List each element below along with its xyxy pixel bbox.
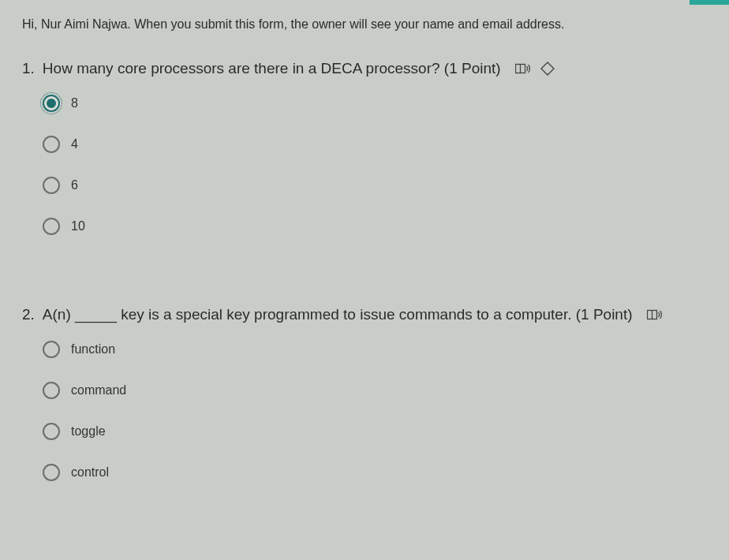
question-2-option-1[interactable]: command [43, 382, 707, 399]
question-2: 2. A(n) _____ key is a special key progr… [22, 306, 707, 481]
privacy-notice: Hi, Nur Aimi Najwa. When you submit this… [22, 17, 707, 32]
radio-icon [43, 464, 60, 481]
question-2-option-2[interactable]: toggle [43, 423, 707, 440]
question-2-header: 2. A(n) _____ key is a special key progr… [22, 306, 707, 323]
radio-icon [43, 218, 60, 235]
option-label: toggle [71, 424, 106, 439]
question-1-option-2[interactable]: 6 [43, 177, 707, 194]
question-2-option-0[interactable]: function [43, 341, 707, 358]
radio-icon [43, 341, 60, 358]
option-label: 10 [71, 219, 85, 233]
question-2-number: 2. [22, 306, 35, 323]
tag-icon[interactable] [540, 62, 555, 76]
radio-icon [43, 423, 60, 440]
question-2-options: function command toggle control [22, 341, 707, 481]
radio-icon [43, 95, 60, 112]
question-1-number: 1. [22, 60, 35, 77]
option-label: control [71, 465, 109, 480]
option-label: function [71, 342, 115, 357]
form-page: Hi, Nur Aimi Najwa. When you submit this… [0, 0, 729, 481]
question-1-option-3[interactable]: 10 [43, 218, 707, 235]
radio-icon [43, 177, 60, 194]
option-label: 8 [71, 96, 78, 110]
question-2-option-3[interactable]: control [43, 464, 707, 481]
question-1-header: 1. How many core processors are there in… [22, 60, 707, 77]
question-1: 1. How many core processors are there in… [22, 60, 707, 235]
question-1-option-0[interactable]: 8 [43, 95, 707, 112]
radio-icon [43, 136, 60, 153]
option-label: command [71, 383, 126, 398]
option-label: 6 [71, 178, 78, 192]
radio-icon [43, 382, 60, 399]
immersive-reader-icon[interactable] [515, 62, 531, 75]
immersive-reader-icon[interactable] [647, 308, 663, 321]
option-label: 4 [71, 137, 78, 151]
question-2-text: A(n) _____ key is a special key programm… [43, 306, 633, 323]
question-1-text: How many core processors are there in a … [43, 60, 501, 77]
question-1-options: 8 4 6 10 [22, 95, 707, 235]
top-accent-bar [690, 0, 729, 5]
question-1-option-1[interactable]: 4 [43, 136, 707, 153]
